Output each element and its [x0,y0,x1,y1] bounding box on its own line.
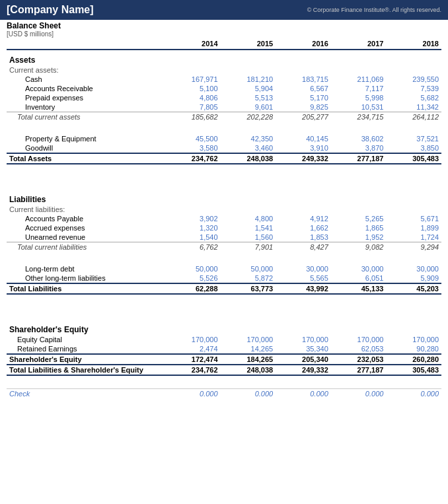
spacer-row [7,375,441,389]
row-value: 305,483 [386,365,441,375]
row-label: Assets [7,50,165,65]
table-row: Inventory7,8059,6019,82510,53111,342 [7,102,441,112]
row-value: 7,117 [331,84,387,93]
row-value: 30,000 [331,264,387,273]
row-value: 10,531 [331,102,387,112]
table-row: Accounts Payable3,9024,8004,9125,2655,67… [7,214,441,223]
row-value: 5,265 [331,214,387,223]
row-value: 35,340 [276,344,331,354]
table-row: Current liabilities: [7,205,441,214]
row-label: Current assets: [7,65,165,75]
row-value: 202,228 [221,112,276,122]
row-label: Total Assets [7,153,165,164]
row-value: 183,715 [276,75,331,84]
row-value: 232,053 [331,354,387,365]
row-value: 14,265 [221,344,276,354]
header-left: [Company Name] [7,4,94,16]
row-value: 7,901 [221,242,276,252]
row-value: 3,580 [165,143,221,153]
row-label: Accounts Payable [7,214,165,223]
row-value: 8,427 [276,242,331,252]
row-value: 63,773 [221,283,276,294]
row-label: Accrued expenses [7,223,165,233]
row-value: 7,539 [386,84,441,93]
table-row: Shareholder's Equity [7,320,441,335]
row-value: 305,483 [386,153,441,164]
row-label: Goodwill [7,143,165,153]
balance-sheet-title: Balance Sheet [7,21,441,30]
spacer-row [7,122,441,134]
table-row: Total Liabilities62,28863,77343,99245,13… [7,283,441,294]
row-value: 0.000 [165,389,221,399]
row-value: 3,910 [276,143,331,153]
row-value: 170,000 [165,335,221,344]
header-row: 2014 2015 2016 2017 2018 [7,39,441,50]
table-row: Cash167,971181,210183,715211,069239,550 [7,75,441,84]
page-header: [Company Name] © Corporate Finance Insti… [0,0,448,20]
row-label: Unearned revenue [7,233,165,242]
row-label: Total Liabilities [7,283,165,294]
row-value: 234,715 [331,112,387,122]
row-value: 40,145 [276,134,331,143]
row-value: 5,682 [386,93,441,102]
row-value: 5,998 [331,93,387,102]
row-value: 1,853 [276,233,331,242]
row-value: 5,513 [221,93,276,102]
row-value: 249,332 [276,153,331,164]
row-value: 6,762 [165,242,221,252]
row-label: Total current liabilities [7,242,165,252]
row-value: 5,909 [386,273,441,283]
row-value: 260,280 [386,354,441,365]
row-value: 3,902 [165,214,221,223]
row-value: 30,000 [276,264,331,273]
row-value: 277,187 [331,365,387,375]
currency-note: [USD $ millions] [7,30,441,38]
row-value: 7,805 [165,102,221,112]
row-value: 11,342 [386,102,441,112]
row-value: 2,474 [165,344,221,354]
row-value: 185,682 [165,112,221,122]
row-value: 1,320 [165,223,221,233]
row-value: 234,762 [165,365,221,375]
table-row: Total Assets234,762248,038249,332277,187… [7,153,441,164]
spacer-row [7,252,441,264]
row-value: 6,051 [331,273,387,283]
table-row: Assets [7,50,441,65]
spacer-row [7,164,441,177]
row-value: 1,865 [331,223,387,233]
row-value: 1,560 [221,233,276,242]
row-value: 9,294 [386,242,441,252]
row-value: 3,870 [331,143,387,153]
row-value: 170,000 [386,335,441,344]
spacer-row [7,307,441,320]
row-value: 239,550 [386,75,441,84]
balance-sheet-table: 2014 2015 2016 2017 2018 AssetsCurrent a… [0,39,448,398]
row-value: 50,000 [221,264,276,273]
row-label: Other long-term liabilities [7,273,165,283]
row-label: Cash [7,75,165,84]
row-label: Accounts Receivable [7,84,165,93]
row-label: Check [7,389,165,399]
row-value: 9,601 [221,102,276,112]
row-value: 170,000 [276,335,331,344]
table-row: Check0.0000.0000.0000.0000.000 [7,389,441,399]
row-value: 1,541 [221,223,276,233]
row-value: 3,460 [221,143,276,153]
row-value: 249,332 [276,365,331,375]
table-row: Shareholder's Equity172,474184,265205,34… [7,354,441,365]
year-2017-header: 2017 [331,39,387,50]
row-label: Liabilities [7,190,165,205]
row-value: 9,082 [331,242,387,252]
row-value: 5,671 [386,214,441,223]
row-value: 5,565 [276,273,331,283]
label-col-header [7,39,165,50]
row-value: 38,602 [331,134,387,143]
table-row: Long-term debt50,00050,00030,00030,00030… [7,264,441,273]
row-value: 3,850 [386,143,441,153]
row-value: 205,340 [276,354,331,365]
table-row: Prepaid expenses4,8065,5135,1705,9985,68… [7,93,441,102]
row-label: Shareholder's Equity [7,354,165,365]
row-value: 248,038 [221,365,276,375]
row-value: 62,288 [165,283,221,294]
row-value: 5,872 [221,273,276,283]
